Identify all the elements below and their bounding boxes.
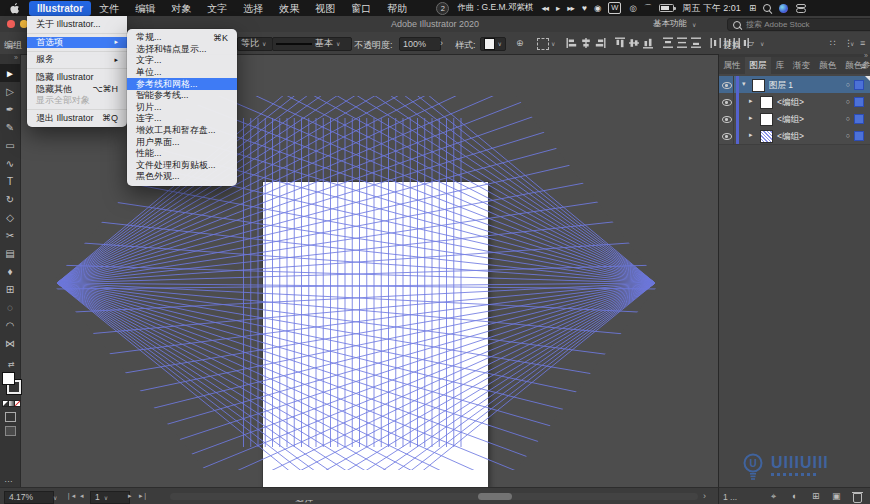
distribute-bottom-icon[interactable]: [690, 37, 702, 49]
transform-widget-icon[interactable]: ▱: [747, 38, 754, 48]
selection-color-square[interactable]: [854, 131, 864, 141]
zoom-level-select[interactable]: 4.17%: [4, 491, 54, 504]
heart-icon[interactable]: ♥: [582, 3, 586, 13]
visibility-eye-icon[interactable]: [722, 82, 732, 89]
adobe-stock-search-input[interactable]: 搜索 Adobe Stock: [727, 18, 870, 31]
app-menu-item-2[interactable]: 首选项▸: [27, 37, 127, 49]
rotate-tool[interactable]: ↻: [0, 190, 20, 208]
visibility-eye-icon[interactable]: [722, 99, 732, 106]
hand-tool[interactable]: ◠: [0, 316, 20, 334]
distribute-top-icon[interactable]: [662, 37, 674, 49]
collapse-tools-icon[interactable]: »: [14, 54, 18, 61]
artboard-number-select[interactable]: 1 ∨: [90, 491, 130, 504]
prev-track-icon[interactable]: ◂◂: [541, 3, 548, 13]
prefs-item-6[interactable]: 切片...: [127, 102, 237, 114]
horizontal-align-right-icon[interactable]: [594, 37, 606, 49]
app-menu-item-4[interactable]: 服务▸: [27, 54, 127, 66]
menubar-item-7[interactable]: 视图: [307, 1, 343, 16]
horizontal-scrollbar[interactable]: [170, 493, 698, 500]
menubar-item-3[interactable]: 对象: [163, 1, 199, 16]
record-icon[interactable]: ◉: [594, 3, 600, 13]
prefs-item-7[interactable]: 连字...: [127, 113, 237, 125]
selection-color-square[interactable]: [854, 80, 864, 90]
menubar-item-4[interactable]: 文字: [199, 1, 235, 16]
menubar-item-5[interactable]: 选择: [235, 1, 271, 16]
layer-row-1[interactable]: ▸<编组>○: [719, 93, 870, 111]
prefs-item-9[interactable]: 用户界面...: [127, 136, 237, 148]
draw-normal-mode-icon[interactable]: [5, 412, 16, 422]
expand-chevron-icon[interactable]: ▸: [749, 131, 753, 139]
wifi-icon[interactable]: ⌒: [644, 3, 652, 13]
expand-chevron-icon[interactable]: ▸: [749, 97, 753, 105]
prefs-item-12[interactable]: 黑色外观...: [127, 171, 237, 183]
stroke-profile-select[interactable]: 等比 ∨: [237, 37, 273, 51]
next-artboard-icon[interactable]: ▸: [128, 492, 132, 500]
scissors-tool[interactable]: ✂: [0, 226, 20, 244]
paintbrush-tool[interactable]: ∿: [0, 154, 20, 172]
distribute-vertical-center-icon[interactable]: [676, 37, 688, 49]
panel-tab-color[interactable]: 颜色: [815, 57, 841, 74]
vertical-align-bottom-icon[interactable]: [642, 37, 654, 49]
chevron-down-icon[interactable]: ∨: [53, 494, 57, 501]
pen-tool[interactable]: ✒: [0, 100, 20, 118]
chevron-down-icon[interactable]: ∨: [760, 40, 764, 47]
menubar-item-6[interactable]: 效果: [271, 1, 307, 16]
app-menu-item-6[interactable]: 隐藏 Illustrator: [27, 72, 127, 84]
opacity-expand-icon[interactable]: ›: [440, 38, 443, 48]
prefs-item-0[interactable]: 常规...⌘K: [127, 32, 237, 44]
horizontal-align-center-icon[interactable]: [580, 37, 592, 49]
prev-artboard-icon[interactable]: ◂: [80, 492, 84, 500]
menubar-item-1[interactable]: 文件: [91, 1, 127, 16]
locate-object-icon[interactable]: ⌖: [771, 491, 776, 502]
artboard-tool[interactable]: ⊞: [0, 280, 20, 298]
gradient-tool[interactable]: ▤: [0, 244, 20, 262]
fill-swatch[interactable]: [2, 372, 15, 385]
brush-definition-select[interactable]: 基本 ∨: [272, 37, 352, 51]
play-icon[interactable]: ▸: [556, 3, 559, 13]
next-track-icon[interactable]: ▸▸: [567, 3, 574, 13]
new-layer-icon[interactable]: ▣: [832, 491, 841, 501]
prefs-item-1[interactable]: 选择和锚点显示...: [127, 44, 237, 56]
battery-icon[interactable]: [659, 4, 674, 12]
distribute-left-icon[interactable]: [710, 37, 722, 49]
search-icon[interactable]: [763, 4, 771, 12]
document-setup-globe-icon[interactable]: ⊕: [516, 38, 524, 48]
vertical-align-top-icon[interactable]: [614, 37, 626, 49]
chevron-down-icon[interactable]: ∨: [551, 40, 555, 47]
panel-flyout-menu-icon[interactable]: ≡: [861, 61, 866, 71]
vertical-align-center-icon[interactable]: [628, 37, 640, 49]
layer-row-3[interactable]: ▸<编组>○: [719, 127, 870, 145]
selection-color-square[interactable]: [854, 114, 864, 124]
target-circle-icon[interactable]: ○: [846, 115, 850, 122]
panel-tab-layers[interactable]: 图层: [745, 57, 771, 74]
horizontal-scrollbar-thumb[interactable]: [478, 493, 512, 500]
horizontal-align-left-icon[interactable]: [566, 37, 578, 49]
prefs-item-3[interactable]: 单位...: [127, 67, 237, 79]
workspace-switcher[interactable]: 基本功能 ∨: [653, 18, 696, 30]
width-tool[interactable]: ⋈: [0, 334, 20, 352]
zoom-tool[interactable]: ◌: [0, 298, 20, 316]
swap-fill-stroke-icon[interactable]: ⇄: [8, 360, 15, 369]
target-circle-icon[interactable]: ○: [846, 98, 850, 105]
last-artboard-icon[interactable]: ▸❘: [139, 492, 148, 500]
first-artboard-icon[interactable]: ❘◂: [66, 492, 75, 500]
selection-tool[interactable]: ►: [0, 64, 20, 82]
menubar-item-9[interactable]: 帮助: [379, 1, 415, 16]
selection-color-square[interactable]: [854, 97, 864, 107]
disc-icon[interactable]: ◎: [629, 3, 635, 13]
expand-chevron-icon[interactable]: ▸: [749, 114, 753, 122]
prefs-item-5[interactable]: 智能参考线...: [127, 90, 237, 102]
dock-grid-icon[interactable]: ∷: [830, 38, 836, 48]
shaper-tool[interactable]: ◇: [0, 208, 20, 226]
prefs-item-11[interactable]: 文件处理和剪贴板...: [127, 160, 237, 172]
none-mode-icon[interactable]: [14, 400, 21, 407]
visibility-eye-icon[interactable]: [722, 133, 732, 140]
target-circle-icon[interactable]: ○: [846, 81, 850, 88]
new-sublayer-icon[interactable]: ⊞: [812, 491, 820, 501]
input-source-icon[interactable]: ⊞: [749, 3, 755, 13]
delete-layer-icon[interactable]: [853, 493, 862, 503]
app-menu-item-7[interactable]: 隐藏其他⌥⌘H: [27, 83, 127, 95]
prefs-item-10[interactable]: 性能...: [127, 148, 237, 160]
layer-row-2[interactable]: ▸<编组>○: [719, 110, 870, 128]
prefs-item-8[interactable]: 增效工具和暂存盘...: [127, 125, 237, 137]
